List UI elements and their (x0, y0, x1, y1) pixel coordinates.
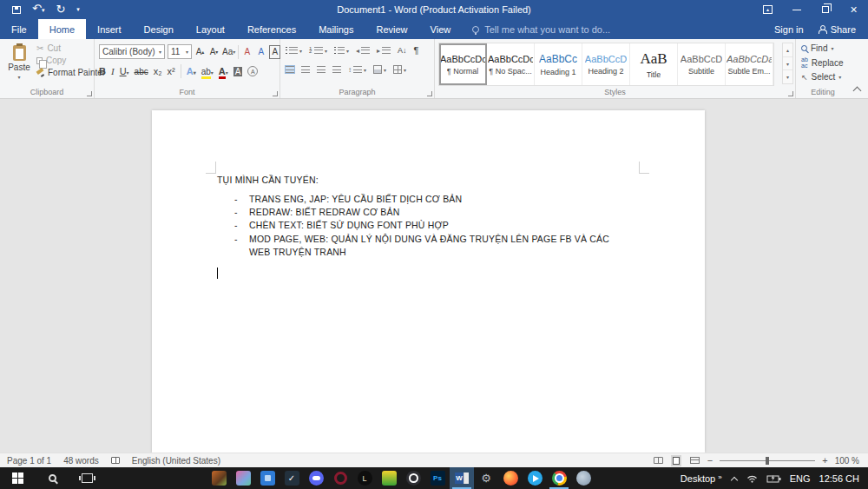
battery-charging-icon[interactable] (766, 474, 781, 483)
minimize-icon[interactable] (782, 0, 811, 19)
collapse-ribbon-icon[interactable] (853, 85, 861, 93)
sign-in-link[interactable]: Sign in (774, 24, 804, 35)
style-heading-1[interactable]: AaBbCc Heading 1 (535, 43, 582, 85)
document-area[interactable]: TỤI MÌNH CẦN TUYỂN: - TRANS ENG, JAP: YÊ… (0, 99, 868, 453)
page-count[interactable]: Page 1 of 1 (7, 456, 51, 466)
desktop-toolbar[interactable]: Desktop» (681, 473, 722, 484)
underline-button[interactable]: U▾ (120, 66, 129, 76)
taskbar-app-word[interactable]: W (450, 467, 474, 489)
taskbar-app-steam[interactable]: ✓ (279, 467, 304, 489)
proofing-icon[interactable] (111, 457, 120, 464)
zoom-slider-thumb[interactable] (766, 457, 769, 465)
tell-me-box[interactable]: Tell me what you want to do... (462, 19, 610, 39)
style-subtitle[interactable]: AaBbCcD Subtitle (678, 43, 726, 85)
redo-icon[interactable]: ↻ (56, 0, 65, 19)
taskbar-app-photoshop[interactable]: Ps (425, 467, 450, 489)
toolbar-overflow-icon[interactable]: » (718, 473, 721, 481)
taskbar-app-discord[interactable] (304, 467, 328, 489)
zoom-level[interactable]: 100 % (835, 456, 859, 466)
tab-mailings[interactable]: Mailings (307, 19, 365, 39)
styles-scroll-up-icon[interactable]: ▴ (783, 43, 792, 57)
font-size-combo[interactable]: 11▾ (168, 44, 192, 59)
paste-button[interactable]: Paste ▾ (3, 43, 35, 91)
taskbar-app-paint3d[interactable] (571, 467, 595, 489)
tab-design[interactable]: Design (133, 19, 185, 39)
taskbar-app-firefox[interactable] (498, 467, 523, 489)
show-paragraph-marks-button[interactable]: ¶ (414, 45, 419, 56)
taskbar-app-opera-gx[interactable] (328, 467, 352, 489)
taskbar-app-gameloop[interactable] (377, 467, 401, 489)
character-border-button[interactable]: A (269, 45, 280, 59)
styles-scroll-down-icon[interactable]: ▾ (783, 57, 792, 71)
zoom-out-icon[interactable]: − (707, 455, 713, 466)
taskbar-app-league[interactable]: L (352, 467, 377, 489)
justify-button[interactable] (332, 66, 341, 73)
taskbar-app-game[interactable] (207, 467, 231, 489)
increase-indent-button[interactable]: ▸ (377, 47, 391, 55)
line-spacing-button[interactable]: ↕▾ (348, 66, 366, 74)
task-view-button[interactable] (69, 467, 104, 489)
shrink-font-button[interactable]: A▾ (208, 45, 220, 59)
taskbar-app-photos[interactable] (231, 467, 255, 489)
grow-font-button[interactable]: A▴ (194, 45, 206, 59)
read-mode-icon[interactable] (653, 456, 664, 466)
character-shading-button[interactable]: A (233, 67, 243, 76)
style-title[interactable]: AaB Title (630, 43, 678, 85)
replace-button[interactable]: abacReplace (801, 56, 844, 69)
paste-dropdown-icon[interactable]: ▾ (17, 74, 20, 80)
taskbar-app-obs[interactable] (401, 467, 425, 489)
bullets-button[interactable]: ▾ (286, 47, 302, 54)
enclose-characters-button[interactable]: A (247, 66, 258, 76)
phonetic-guide-button[interactable]: A (255, 45, 266, 59)
input-language[interactable]: ENG (790, 473, 811, 484)
font-dialog-launcher-icon[interactable] (273, 91, 278, 96)
word-count[interactable]: 48 words (63, 456, 99, 466)
tab-view[interactable]: View (419, 19, 463, 39)
tab-references[interactable]: References (236, 19, 307, 39)
style-no-spacing[interactable]: AaBbCcDc ¶ No Spac... (487, 43, 535, 85)
highlight-color-button[interactable]: ab▾ (201, 66, 214, 76)
numbering-button[interactable]: 12▾ (309, 47, 327, 54)
subscript-button[interactable]: x₂ (154, 66, 162, 76)
language-status[interactable]: English (United States) (132, 456, 220, 466)
document-page[interactable]: TỤI MÌNH CẦN TUYỂN: - TRANS ENG, JAP: YÊ… (152, 110, 705, 453)
taskbar-search-button[interactable] (35, 467, 69, 489)
tab-insert[interactable]: Insert (86, 19, 133, 39)
zoom-in-icon[interactable]: + (822, 455, 827, 466)
clipboard-dialog-launcher-icon[interactable] (87, 91, 92, 96)
tab-layout[interactable]: Layout (185, 19, 236, 39)
print-layout-icon[interactable] (671, 456, 682, 466)
start-button[interactable] (0, 467, 35, 489)
sort-button[interactable]: A↓ (398, 46, 407, 55)
align-center-button[interactable] (301, 66, 310, 73)
select-button[interactable]: ↖Select▾ (801, 72, 844, 82)
borders-button[interactable]: ▾ (393, 65, 406, 74)
taskbar-app-onedrive[interactable] (255, 467, 279, 489)
find-button[interactable]: Find▾ (801, 43, 844, 53)
font-name-combo[interactable]: Calibri (Body)▾ (99, 44, 165, 59)
style-heading-2[interactable]: AaBbCcD Heading 2 (582, 43, 630, 85)
decrease-indent-button[interactable]: ◂ (356, 47, 370, 55)
zoom-slider[interactable] (720, 460, 815, 461)
italic-button[interactable]: I (111, 66, 115, 76)
wifi-icon[interactable] (746, 474, 758, 483)
tab-home[interactable]: Home (38, 19, 86, 39)
tab-review[interactable]: Review (365, 19, 419, 39)
style-subtle-emphasis[interactable]: AaBbCcDa Subtle Em... (726, 43, 773, 85)
clear-formatting-button[interactable]: A (241, 45, 253, 59)
shading-button[interactable]: ▾ (373, 65, 386, 74)
show-hidden-icons-icon[interactable] (731, 475, 738, 482)
close-icon[interactable]: × (839, 0, 868, 19)
taskbar-app-settings[interactable]: ⚙ (474, 467, 498, 489)
styles-gallery-expand-icon[interactable]: ▾ (783, 70, 792, 83)
customize-quick-access-icon[interactable]: ▾ (76, 0, 80, 19)
bold-button[interactable]: B (99, 66, 106, 76)
restore-icon[interactable] (811, 0, 839, 19)
align-left-button[interactable] (286, 66, 294, 73)
ribbon-display-options-icon[interactable]: ▴ (753, 0, 782, 19)
taskbar-app-telegram[interactable] (523, 467, 547, 489)
change-case-button[interactable]: Aa▾ (222, 45, 235, 59)
text-effects-button[interactable]: A▾ (187, 66, 196, 76)
style-normal[interactable]: AaBbCcDc ¶ Normal (439, 43, 487, 85)
superscript-button[interactable]: x² (168, 66, 175, 76)
